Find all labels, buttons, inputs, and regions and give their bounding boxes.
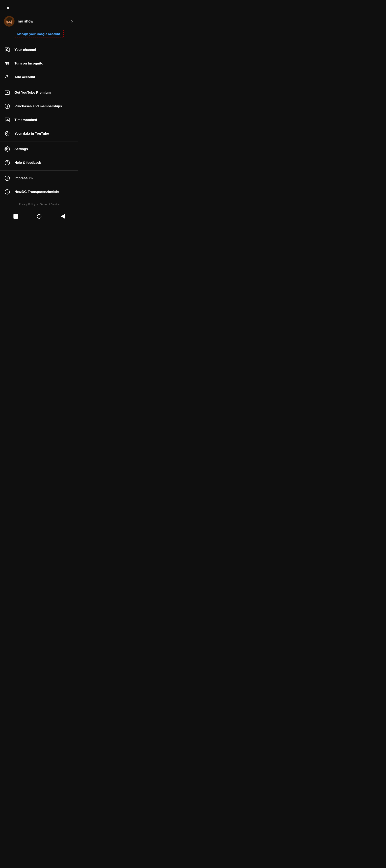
legal-section: Impressum NetzDG Transparenzbericht	[0, 172, 79, 199]
svg-point-28	[6, 148, 8, 150]
shield-icon	[4, 130, 10, 137]
profile-chevron-icon[interactable]	[69, 19, 75, 24]
svg-rect-24	[7, 119, 8, 122]
nav-triangle-icon	[61, 214, 65, 219]
time-watched-icon	[4, 117, 10, 123]
person-channel-icon	[4, 46, 10, 53]
svg-point-10	[6, 49, 8, 50]
svg-point-7	[9, 22, 10, 23]
incognito-label: Turn on Incognito	[14, 61, 43, 65]
impressum-label: Impressum	[14, 176, 33, 180]
manage-account-button[interactable]: Manage your Google Account	[14, 30, 63, 38]
support-section: Settings Help & feedback	[0, 142, 79, 169]
svg-point-29	[5, 160, 9, 165]
settings-label: Settings	[14, 147, 28, 151]
footer-separator: •	[37, 203, 38, 206]
nav-recent-apps-button[interactable]	[12, 213, 19, 220]
your-channel-label: Your channel	[14, 48, 36, 52]
your-data-label: Your data in YouTube	[14, 132, 49, 135]
menu-item-add-account[interactable]: Add account	[0, 70, 79, 84]
help-label: Help & feedback	[14, 161, 41, 165]
menu-item-incognito[interactable]: Turn on Incognito	[0, 57, 79, 70]
privacy-policy-link[interactable]: Privacy Policy	[19, 203, 35, 206]
time-watched-label: Time watched	[14, 118, 37, 122]
youtube-premium-icon	[4, 89, 10, 96]
netzDG-label: NetzDG Transparenzbericht	[14, 190, 59, 194]
close-icon	[6, 6, 10, 10]
svg-marker-19	[7, 92, 8, 93]
add-account-icon	[4, 74, 10, 81]
svg-point-12	[6, 63, 7, 64]
svg-rect-25	[8, 120, 9, 121]
add-account-label: Add account	[14, 75, 35, 79]
menu-item-your-data[interactable]: Your data in YouTube	[0, 127, 79, 141]
info-icon-1	[4, 175, 10, 181]
svg-point-5	[8, 21, 9, 22]
menu-item-impressum[interactable]: Impressum	[0, 172, 79, 185]
terms-of-service-link[interactable]: Terms of Service	[40, 203, 60, 206]
svg-point-4	[6, 17, 12, 21]
account-section: Your channel Turn on Incognito Add	[0, 43, 79, 84]
menu-item-purchases[interactable]: $ Purchases and memberships	[0, 99, 79, 113]
nav-home-button[interactable]	[36, 213, 42, 220]
incognito-icon	[4, 60, 10, 67]
svg-point-13	[8, 63, 9, 64]
close-button[interactable]	[4, 4, 12, 12]
menu-item-netzDG[interactable]: NetzDG Transparenzbericht	[0, 185, 79, 199]
avatar	[4, 16, 14, 27]
menu-item-premium[interactable]: Get YouTube Premium	[0, 86, 79, 99]
profile-section: mo show	[0, 14, 79, 30]
svg-rect-23	[6, 120, 7, 121]
menu-item-time-watched[interactable]: Time watched	[0, 113, 79, 127]
svg-text:$: $	[6, 105, 8, 108]
manage-account-wrapper: Manage your Google Account	[14, 30, 75, 38]
nav-circle-icon	[37, 214, 41, 219]
footer-links: Privacy Policy • Terms of Service	[0, 199, 79, 210]
svg-point-26	[7, 133, 8, 134]
nav-square-icon	[13, 214, 18, 219]
settings-icon	[4, 146, 10, 152]
menu-item-help[interactable]: Help & feedback	[0, 156, 79, 169]
nav-bar	[0, 210, 79, 224]
svg-point-6	[10, 21, 11, 22]
youtube-section: Get YouTube Premium $ Purchases and memb…	[0, 86, 79, 141]
divider-3	[0, 141, 79, 142]
menu-item-your-channel[interactable]: Your channel	[0, 43, 79, 57]
svg-rect-14	[5, 62, 9, 63]
nav-back-button[interactable]	[60, 213, 66, 220]
info-icon-2	[4, 189, 10, 195]
avatar-image	[4, 16, 14, 27]
profile-name: mo show	[18, 19, 66, 24]
purchases-label: Purchases and memberships	[14, 104, 62, 108]
help-icon	[4, 159, 10, 166]
purchases-icon: $	[4, 103, 10, 110]
premium-label: Get YouTube Premium	[14, 91, 51, 95]
menu-item-settings[interactable]: Settings	[0, 142, 79, 156]
svg-point-8	[7, 23, 11, 25]
